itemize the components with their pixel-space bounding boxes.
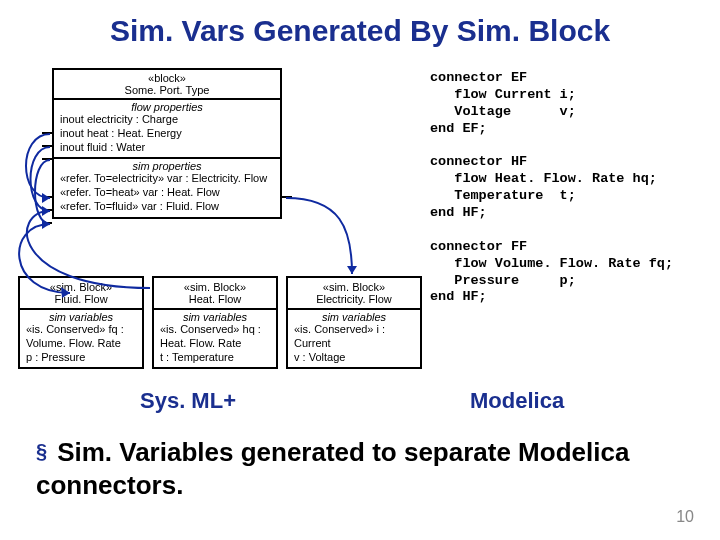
bullet-icon: § xyxy=(36,440,47,462)
uml-block-heatflow: «sim. Block» Heat. Flow sim variables «i… xyxy=(152,276,278,369)
sim-prop: «refer. To=heat» var : Heat. Flow xyxy=(60,186,276,200)
sim-variables-title: sim variables xyxy=(154,310,276,323)
block-name: Fluid. Flow xyxy=(24,293,138,305)
uml-block-fluidflow: «sim. Block» Fluid. Flow sim variables «… xyxy=(18,276,144,369)
modelica-code: connector EF flow Current i; Voltage v; … xyxy=(430,70,673,306)
svg-marker-3 xyxy=(347,266,357,274)
sim-prop: «refer. To=electricity» var : Electricit… xyxy=(60,172,276,186)
flow-properties-body: inout electricity : Charge inout heat : … xyxy=(54,113,280,157)
flow-prop: inout electricity : Charge xyxy=(60,113,276,127)
sim-variables-body: «is. Conserved» fq : Volume. Flow. Rate … xyxy=(20,323,142,367)
flow-properties-title: flow properties xyxy=(54,100,280,113)
sim-variables-title: sim variables xyxy=(20,310,142,323)
block-name: Heat. Flow xyxy=(158,293,272,305)
stereotype-label: «block» xyxy=(58,72,276,84)
bullet-content: Sim. Variables generated to separate Mod… xyxy=(36,437,629,500)
sim-variables-title: sim variables xyxy=(288,310,420,323)
sysml-label: Sys. ML+ xyxy=(140,388,236,414)
block-name: Some. Port. Type xyxy=(58,84,276,96)
sim-prop: «refer. To=fluid» var : Fluid. Flow xyxy=(60,200,276,214)
stereotype-label: «sim. Block» xyxy=(24,281,138,293)
modelica-label: Modelica xyxy=(470,388,564,414)
uml-block-someporttype: «block» Some. Port. Type flow properties… xyxy=(52,68,282,219)
svg-marker-1 xyxy=(42,206,50,216)
bullet-text: §Sim. Variables generated to separate Mo… xyxy=(36,436,696,501)
diagram-area: «block» Some. Port. Type flow properties… xyxy=(0,58,720,488)
sim-properties-title: sim properties xyxy=(54,159,280,172)
svg-marker-0 xyxy=(42,193,50,203)
flow-prop: inout fluid : Water xyxy=(60,141,276,155)
sim-variables-body: «is. Conserved» hq : Heat. Flow. Rate t … xyxy=(154,323,276,367)
page-title: Sim. Vars Generated By Sim. Block xyxy=(0,0,720,58)
block-name: Electricity. Flow xyxy=(292,293,416,305)
sim-variables-body: «is. Conserved» i : Current v : Voltage xyxy=(288,323,420,367)
sim-properties-body: «refer. To=electricity» var : Electricit… xyxy=(54,172,280,216)
stereotype-label: «sim. Block» xyxy=(292,281,416,293)
stereotype-label: «sim. Block» xyxy=(158,281,272,293)
uml-block-electricityflow: «sim. Block» Electricity. Flow sim varia… xyxy=(286,276,422,369)
flow-prop: inout heat : Heat. Energy xyxy=(60,127,276,141)
svg-marker-2 xyxy=(42,219,50,229)
page-number: 10 xyxy=(676,508,694,526)
